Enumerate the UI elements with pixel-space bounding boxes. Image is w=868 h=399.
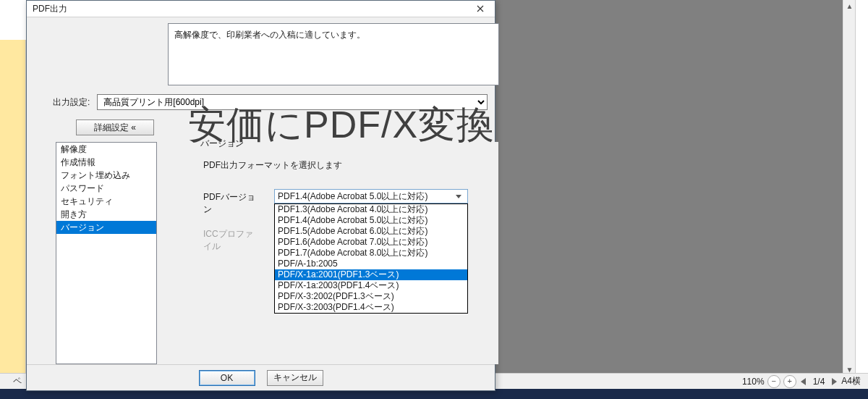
dropdown-item[interactable]: PDF1.7(Adobe Acrobat 8.0以上に対応) [275,248,467,259]
pdf-version-combo[interactable]: PDF1.4(Adobe Acrobat 5.0以上に対応) PDF1.3(Ad… [274,189,468,203]
dropdown-item[interactable]: PDF1.4(Adobe Acrobat 5.0以上に対応) [275,215,467,226]
chevron-down-icon [453,190,464,203]
dropdown-item[interactable]: PDF1.6(Adobe Acrobat 7.0以上に対応) [275,237,467,248]
pdf-version-selected-text: PDF1.4(Adobe Acrobat 5.0以上に対応) [278,190,427,203]
sidebar-item-resolution[interactable]: 解像度 [56,143,156,156]
dialog-body: 高解像度で、印刷業者への入稿に適しています。 出力設定: 高品質プリント用[60… [27,17,495,364]
output-setting-label: 出力設定: [53,96,90,109]
output-setting-select[interactable]: 高品質プリント用[600dpi] [97,94,488,110]
sidebar-item-meta[interactable]: 作成情報 [56,156,156,169]
next-page-icon[interactable] [832,378,837,385]
sidebar-item-open-options[interactable]: 開き方 [56,208,156,221]
zoom-value: 110% [742,377,765,387]
ok-button-label: OK [221,373,233,383]
vertical-scrollbar[interactable]: ▲ ▼ [843,0,855,376]
dialog-titlebar[interactable]: PDF出力 [27,1,495,17]
dropdown-item[interactable]: PDF/X-1a:2003(PDF1.4ベース) [275,280,467,291]
pdf-version-dropdown[interactable]: PDF1.3(Adobe Acrobat 4.0以上に対応) PDF1.4(Ad… [274,203,468,314]
detail-button-label: 詳細設定 « [94,122,136,134]
dialog-title: PDF出力 [33,3,67,15]
dropdown-item[interactable]: PDF/X-3:2003(PDF1.4ベース) [275,302,467,313]
pdf-version-row: PDFバージョン PDF1.4(Adobe Acrobat 5.0以上に対応) … [203,189,498,216]
dropdown-item-selected[interactable]: PDF/X-1a:2001(PDF1.3ベース) [275,269,467,280]
right-gutter [855,0,868,376]
pdf-version-value[interactable]: PDF1.4(Adobe Acrobat 5.0以上に対応) [274,189,468,203]
page-count: 1/4 [810,377,828,387]
icc-profile-label: ICCプロファイル [203,226,261,253]
close-button[interactable] [466,1,495,17]
ok-button[interactable]: OK [199,370,255,386]
detail-toggle-button[interactable]: 詳細設定 « [76,119,154,135]
dropdown-item[interactable]: PDF/X-3:2002(PDF1.3ベース) [275,291,467,302]
prev-page-icon[interactable] [801,378,806,385]
version-panel: バージョン PDF出力フォーマットを選択します PDFバージョン PDF1.4(… [169,142,498,364]
output-setting-row: 出力設定: 高品質プリント用[600dpi] [53,94,488,110]
cancel-button[interactable]: キャンセル [267,370,323,386]
left-strip-top [0,0,26,40]
zoom-in-button[interactable]: + [783,375,796,388]
dialog-footer: OK キャンセル [27,364,495,390]
sidebar-item-font-embed[interactable]: フォント埋め込み [56,169,156,182]
left-thumbnail-strip [0,0,26,376]
description-box: 高解像度で、印刷業者への入稿に適しています。 [168,23,499,85]
status-left-text: ペ [7,375,22,387]
panel-subtitle: PDF出力フォーマットを選択します [203,159,498,172]
description-text: 高解像度で、印刷業者への入稿に適しています。 [174,30,365,40]
scroll-up-icon[interactable]: ▲ [843,0,856,12]
pdf-version-label: PDFバージョン [203,189,261,216]
pdf-export-dialog: PDF出力 高解像度で、印刷業者への入稿に適しています。 出力設定: 高品質プリ… [26,0,495,391]
panel-legend: バージョン [197,138,247,150]
dropdown-item[interactable]: PDF1.3(Adobe Acrobat 4.0以上に対応) [275,204,467,215]
sidebar-item-version[interactable]: バージョン [56,221,156,234]
close-icon [477,5,484,12]
sidebar-item-security[interactable]: セキュリティ [56,195,156,208]
dropdown-item[interactable]: PDF/A-1b:2005 [275,259,467,269]
zoom-out-button[interactable]: − [767,375,780,388]
category-sidebar[interactable]: 解像度 作成情報 フォント埋め込み パスワード セキュリティ 開き方 バージョン [56,142,157,364]
cancel-button-label: キャンセル [273,371,317,384]
dropdown-item[interactable]: PDF1.5(Adobe Acrobat 6.0以上に対応) [275,226,467,237]
sidebar-item-password[interactable]: パスワード [56,182,156,195]
paper-size: A4横 [841,375,861,387]
